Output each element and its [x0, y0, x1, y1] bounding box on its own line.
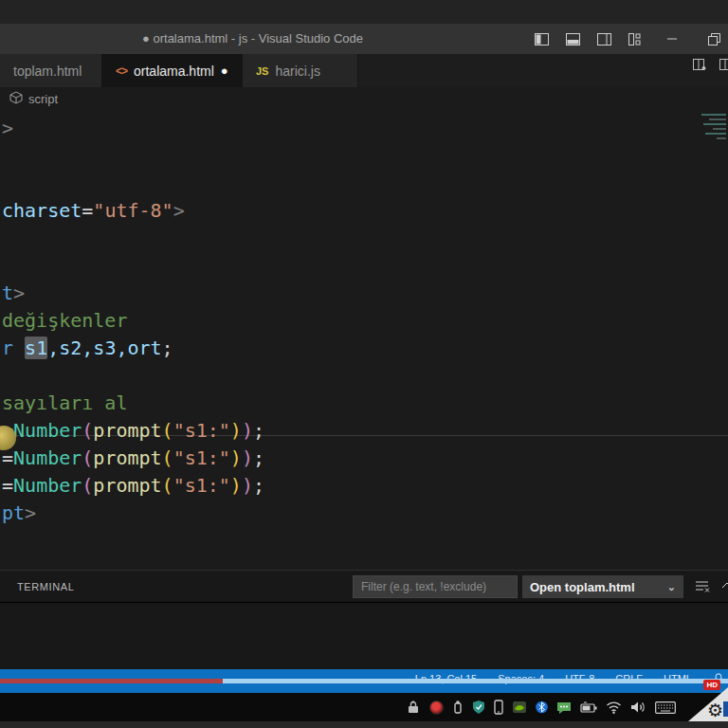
phone-icon[interactable]	[494, 700, 503, 715]
code-line[interactable]: t>	[0, 280, 728, 307]
tab-label: toplam.html	[13, 64, 82, 79]
code-token: ;	[162, 337, 173, 359]
code-token: charset	[2, 199, 82, 222]
breadcrumb-item[interactable]: script	[28, 92, 58, 106]
code-lines: >charset="utf-8">t>değişkenlerr s1,s2,s3…	[0, 115, 728, 527]
wifi-icon[interactable]	[606, 701, 622, 714]
code-line[interactable]: değişkenler	[0, 307, 728, 335]
chevron-down-icon: ⌄	[667, 581, 676, 593]
code-line[interactable]: =Number(prompt("s1:"));	[0, 445, 728, 472]
code-token: )	[230, 446, 242, 469]
breadcrumb[interactable]: script	[0, 87, 728, 111]
code-token: "s1:"	[173, 474, 230, 497]
secure-connection-icon[interactable]	[406, 700, 421, 715]
code-line[interactable]: =Number(prompt("s1:"));	[0, 417, 728, 445]
bluetooth-icon[interactable]	[536, 700, 548, 715]
system-tray	[406, 693, 676, 721]
terminal-dropdown[interactable]: Open toplam.html ⌄	[522, 575, 683, 598]
top-black-strip	[0, 0, 728, 24]
code-token: (	[82, 446, 93, 469]
tab-label: harici.js	[275, 64, 319, 79]
layout-sidebar-left-icon[interactable]	[535, 33, 549, 46]
code-line[interactable]	[0, 142, 728, 170]
restore-icon[interactable]	[708, 33, 720, 46]
code-line[interactable]	[0, 362, 728, 390]
code-line[interactable]: charset="utf-8">	[0, 197, 728, 225]
tab-label: ortalama.html	[134, 64, 214, 79]
tab-toplam-html[interactable]: toplam.html	[0, 54, 102, 87]
code-line[interactable]: =Number(prompt("s1:"));	[0, 472, 728, 500]
code-line[interactable]: r s1,s2,s3,ort;	[0, 335, 728, 362]
taskbar	[0, 693, 728, 721]
record-icon[interactable]	[429, 701, 444, 715]
code-token: >	[13, 282, 25, 304]
code-token: prompt	[93, 446, 161, 469]
html-file-icon: <>	[116, 64, 127, 78]
js-file-icon: JS	[256, 65, 268, 77]
more-actions-icon[interactable]	[719, 57, 728, 76]
shield-icon[interactable]	[472, 700, 485, 715]
code-line[interactable]: >	[0, 115, 728, 142]
unsaved-dot-icon[interactable]: ●	[221, 64, 228, 78]
code-token: s1	[25, 337, 47, 359]
video-progress-bar[interactable]	[0, 679, 728, 683]
code-line[interactable]	[0, 252, 728, 280]
layout-panel-icon[interactable]	[566, 33, 580, 46]
code-token: (	[82, 474, 93, 497]
code-line[interactable]	[0, 170, 728, 197]
keyboard-icon[interactable]	[655, 701, 676, 714]
code-token: r	[2, 337, 25, 359]
code-token: değişkenler	[2, 309, 127, 332]
minimap[interactable]	[694, 111, 728, 156]
code-token: ;	[253, 474, 264, 497]
tab-ortalama-html[interactable]: <> ortalama.html ●	[102, 54, 243, 87]
layout-customize-icon[interactable]	[628, 33, 642, 46]
code-editor[interactable]: >charset="utf-8">t>değişkenlerr s1,s2,s3…	[0, 111, 728, 570]
statusbar: Ln 13, Col 15 Spaces: 4 UTF-8 CRLF HTML	[0, 669, 728, 693]
clear-output-icon[interactable]	[694, 578, 711, 597]
panel-header: TERMINAL Open toplam.html ⌄	[0, 570, 728, 602]
code-token: prompt	[93, 474, 161, 497]
code-token: =	[2, 474, 13, 497]
code-token: sayıları al	[2, 391, 127, 414]
settings-gear-icon[interactable]: ⚙	[707, 701, 723, 719]
code-token: )	[242, 446, 253, 469]
video-progress-played	[0, 679, 223, 683]
terminal-tab[interactable]: TERMINAL	[17, 581, 74, 592]
hd-badge: HD	[703, 680, 720, 690]
code-token: ;	[253, 419, 264, 442]
tab-harici-js[interactable]: JS harici.js	[243, 54, 358, 87]
code-token: (	[162, 446, 173, 469]
code-token: "utf-8"	[93, 199, 173, 222]
code-token: Number	[13, 474, 82, 497]
gpu-icon[interactable]	[512, 701, 527, 714]
terminal-body[interactable]	[0, 603, 728, 669]
vscode-window: ● ortalama.html - js - Visual Studio Cod…	[0, 0, 728, 728]
code-line[interactable]: pt>	[0, 500, 728, 527]
terminal-filter-input[interactable]	[353, 575, 518, 598]
window-title: ● ortalama.html - js - Visual Studio Cod…	[142, 24, 363, 54]
tabbar: toplam.html <> ortalama.html ● JS harici…	[0, 54, 728, 87]
speaker-icon[interactable]	[630, 701, 646, 714]
battery-icon[interactable]	[580, 701, 597, 713]
code-line[interactable]	[0, 225, 728, 252]
code-token: (	[162, 474, 173, 497]
code-token: >	[2, 117, 13, 139]
code-token: >	[25, 501, 36, 524]
layout-sidebar-right-icon[interactable]	[597, 33, 611, 46]
split-editor-icon[interactable]	[692, 57, 707, 76]
symbol-namespace-icon	[9, 91, 23, 107]
code-token: prompt	[93, 419, 161, 442]
code-token: (	[82, 419, 93, 442]
edge-logo-fragment	[723, 701, 728, 717]
usb-icon[interactable]	[452, 700, 464, 715]
chat-icon[interactable]	[556, 701, 572, 715]
code-token: Number	[13, 446, 82, 469]
taskbar-bottom-strip	[0, 721, 728, 728]
code-token: )	[242, 419, 253, 442]
titlebar: ● ortalama.html - js - Visual Studio Cod…	[0, 24, 728, 54]
code-token: ,s2,s3,ort	[47, 337, 161, 359]
minimize-icon[interactable]	[666, 33, 678, 45]
maximize-panel-icon[interactable]	[720, 578, 728, 597]
code-line[interactable]: sayıları al	[0, 390, 728, 417]
